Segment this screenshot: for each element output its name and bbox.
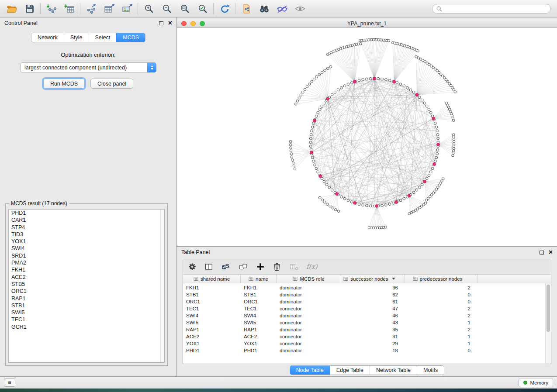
window-close-icon[interactable] <box>181 21 187 26</box>
float-table-panel-icon[interactable] <box>540 251 544 254</box>
table-cell[interactable]: TEC1 <box>241 306 277 311</box>
mcds-list-scrollbar[interactable] <box>160 210 164 362</box>
export-table-button[interactable] <box>100 2 118 16</box>
table-cell[interactable]: 18 <box>341 348 405 353</box>
column-header-mcds-role[interactable]: MCDS role <box>277 275 341 283</box>
export-network-button[interactable] <box>82 2 100 16</box>
table-cell[interactable]: 1 <box>405 341 477 346</box>
table-cell[interactable]: 2 <box>405 306 477 311</box>
add-entry-icon[interactable] <box>256 262 265 272</box>
mcds-result-item[interactable]: SWI4 <box>9 245 164 252</box>
table-cell[interactable]: 96 <box>341 285 405 290</box>
table-cell[interactable]: connector <box>277 306 341 311</box>
table-cell[interactable]: 1 <box>405 334 477 339</box>
run-mcds-button[interactable]: Run MCDS <box>43 79 85 89</box>
close-panel-button[interactable]: Close panel <box>90 79 133 89</box>
table-cell[interactable]: 2 <box>405 285 477 290</box>
show-columns-icon[interactable] <box>204 262 214 272</box>
mcds-result-item[interactable]: GCR1 <box>9 323 164 330</box>
table-row[interactable]: STB1STB1dominator620 <box>183 291 551 298</box>
optimization-criterion-select[interactable]: largest connected component (undirected) <box>20 62 156 72</box>
tab-node-table[interactable]: Node Table <box>290 366 330 375</box>
column-header-name[interactable]: name <box>241 275 277 283</box>
table-cell[interactable]: dominator <box>277 285 341 290</box>
table-cell[interactable]: 62 <box>341 292 405 297</box>
table-row[interactable]: YOX1YOX1connector291 <box>183 340 551 347</box>
find-button[interactable] <box>255 2 273 16</box>
table-cell[interactable]: ORC1 <box>241 299 277 304</box>
import-network-button[interactable] <box>42 2 60 16</box>
table-cell[interactable]: 2 <box>405 327 477 332</box>
zoom-in-button[interactable] <box>140 2 158 16</box>
table-row[interactable]: SWI5SWI5connector431 <box>183 319 551 326</box>
mcds-result-item[interactable]: STB1 <box>9 302 164 309</box>
table-cell[interactable]: STB1 <box>241 292 277 297</box>
table-cell[interactable]: dominator <box>277 313 341 318</box>
network-canvas[interactable] <box>177 28 557 246</box>
hide-unhide-button[interactable] <box>273 2 291 16</box>
table-cell[interactable]: SWI5 <box>183 320 241 325</box>
table-cell[interactable]: PHD1 <box>183 348 241 353</box>
close-panel-icon[interactable]: × <box>168 20 172 27</box>
table-cell[interactable]: 29 <box>341 341 405 346</box>
table-cell[interactable]: RAP1 <box>241 327 277 332</box>
mcds-result-item[interactable]: PMA2 <box>9 259 164 266</box>
table-cell[interactable]: 47 <box>341 306 405 311</box>
tab-style[interactable]: Style <box>64 33 89 42</box>
mcds-result-item[interactable]: STB5 <box>9 281 164 288</box>
table-row[interactable]: ACE2ACE2connector311 <box>183 333 551 340</box>
table-cell[interactable]: PHD1 <box>241 348 277 353</box>
table-cell[interactable]: 2 <box>405 313 477 318</box>
mcds-result-item[interactable]: ACE2 <box>9 274 164 281</box>
table-cell[interactable]: 1 <box>405 320 477 325</box>
table-cell[interactable]: SWI4 <box>241 313 277 318</box>
table-cell[interactable]: 46 <box>341 313 405 318</box>
table-cell[interactable]: ACE2 <box>241 334 277 339</box>
search-input[interactable] <box>445 5 550 13</box>
table-cell[interactable]: RAP1 <box>183 327 241 332</box>
table-cell[interactable]: SWI4 <box>183 313 241 318</box>
import-table-button[interactable] <box>60 2 78 16</box>
tab-network-table[interactable]: Network Table <box>370 366 417 375</box>
mcds-result-item[interactable]: ORC1 <box>9 288 164 295</box>
table-cell[interactable]: STB1 <box>183 292 241 297</box>
table-cell[interactable]: ACE2 <box>183 334 241 339</box>
deselect-all-icon[interactable] <box>238 262 249 272</box>
table-cell[interactable]: YOX1 <box>241 341 277 346</box>
mcds-result-item[interactable]: SWI5 <box>9 309 164 316</box>
show-graphics-button[interactable] <box>291 2 309 16</box>
float-panel-icon[interactable] <box>159 21 163 25</box>
table-cell[interactable]: YOX1 <box>183 341 241 346</box>
table-cell[interactable]: FKH1 <box>183 285 241 290</box>
export-image-button[interactable] <box>118 2 136 16</box>
table-cell[interactable]: 43 <box>341 320 405 325</box>
table-row[interactable]: TEC1TEC1connector472 <box>183 305 551 312</box>
table-cell[interactable]: TEC1 <box>183 306 241 311</box>
table-cell[interactable]: dominator <box>277 348 341 353</box>
zoom-selected-button[interactable] <box>194 2 211 16</box>
table-cell[interactable]: 0 <box>405 299 477 304</box>
clone-network-button[interactable] <box>237 2 255 16</box>
close-table-panel-icon[interactable]: × <box>549 249 553 256</box>
mcds-result-item[interactable]: YOX1 <box>9 238 164 245</box>
zoom-out-button[interactable] <box>158 2 176 16</box>
mcds-result-item[interactable]: TEC1 <box>9 316 164 323</box>
panel-menu-button[interactable]: ≡ <box>4 378 15 387</box>
table-cell[interactable]: 31 <box>341 334 405 339</box>
table-cell[interactable]: connector <box>277 334 341 339</box>
table-row[interactable]: FKH1FKH1dominator962 <box>183 284 551 291</box>
table-cell[interactable]: 35 <box>341 327 405 332</box>
table-cell[interactable]: dominator <box>277 327 341 332</box>
table-cell[interactable]: 0 <box>405 348 477 353</box>
tab-motifs[interactable]: Motifs <box>417 366 444 375</box>
table-cell[interactable]: 61 <box>341 299 405 304</box>
table-row[interactable]: SWI4SWI4dominator462 <box>183 312 551 319</box>
tab-network[interactable]: Network <box>31 33 64 42</box>
search-field[interactable] <box>432 4 551 14</box>
window-minimize-icon[interactable] <box>190 21 196 26</box>
table-cell[interactable]: SWI5 <box>241 320 277 325</box>
memory-button[interactable]: Memory <box>519 378 553 387</box>
table-cell[interactable]: ORC1 <box>183 299 241 304</box>
save-session-button[interactable] <box>21 2 38 16</box>
table-settings-gear-icon[interactable] <box>187 262 197 272</box>
